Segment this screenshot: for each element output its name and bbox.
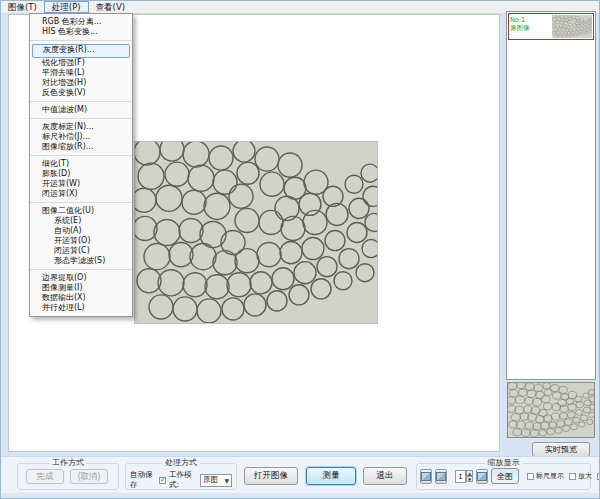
menu-item[interactable]: 膨胀(D) bbox=[30, 169, 132, 179]
menu-item[interactable]: 图像二值化(U) bbox=[30, 206, 132, 216]
menu-item[interactable]: 平滑去噪(L) bbox=[30, 68, 132, 78]
zoom-out-button[interactable] bbox=[435, 469, 447, 484]
autosave-label: 自动保存 bbox=[130, 470, 156, 490]
menu-item[interactable]: 开运算(O) bbox=[30, 236, 132, 246]
work-mode-group: 工作方式 完成 (取消) bbox=[17, 463, 119, 490]
menu-item[interactable]: 自动(A) bbox=[30, 226, 132, 236]
zoom-level-spinner[interactable]: 1 ▲▼ bbox=[455, 470, 473, 483]
load-image-button[interactable]: 打开图像 bbox=[244, 467, 298, 485]
image-list-item[interactable]: No:1 原图像 bbox=[508, 13, 594, 40]
menu-item[interactable]: 中值滤波(M) bbox=[30, 105, 132, 119]
option-label: 标尺显示 bbox=[536, 471, 564, 481]
menu-item[interactable]: 数据输出(X) bbox=[30, 293, 132, 303]
app-window: 图像(T)处理(P)查看(V) RGB 色彩分离...HIS 色彩变换...灰度… bbox=[0, 0, 600, 499]
fit-view-button[interactable] bbox=[476, 469, 488, 484]
menu-item[interactable]: HIS 色彩变换... bbox=[30, 27, 132, 41]
preview-thumbnail[interactable] bbox=[507, 382, 595, 438]
menubar-item[interactable]: 图像(T) bbox=[1, 1, 44, 13]
work-mode-group-title: 工作方式 bbox=[49, 458, 87, 468]
option-label: 放大 bbox=[578, 471, 592, 481]
image-list: No:1 原图像 bbox=[506, 11, 596, 380]
menu-item[interactable]: 系统(E) bbox=[30, 216, 132, 226]
process-mode-group-title: 处理方式 bbox=[162, 458, 200, 468]
menu-item[interactable]: 闭运算(X) bbox=[30, 189, 132, 203]
menu-item[interactable]: 图像缩放(R)... bbox=[30, 142, 132, 156]
image-icon bbox=[421, 472, 431, 481]
option-checkbox[interactable] bbox=[569, 473, 576, 480]
preview-button[interactable]: 实时预览 bbox=[532, 442, 590, 457]
menu-item[interactable]: 闭运算(C) bbox=[30, 246, 132, 256]
mode-combobox-value: 原图 bbox=[203, 475, 218, 485]
menu-item[interactable]: 标尺补偿(J)... bbox=[30, 132, 132, 142]
menu-item[interactable]: RGB 色彩分离... bbox=[30, 17, 132, 27]
status-strip bbox=[1, 493, 600, 499]
menu-item[interactable]: 并行处理(L) bbox=[30, 303, 132, 313]
measure-button[interactable]: 测量 bbox=[306, 467, 356, 485]
menu-item[interactable]: 灰度变换(R)... bbox=[32, 44, 130, 58]
autosave-checkbox[interactable] bbox=[159, 477, 166, 484]
menu-item[interactable]: 图像测量(I) bbox=[30, 283, 132, 293]
menu-item[interactable]: 开运算(W) bbox=[30, 179, 132, 189]
zoom-display-group-title: 缩放显示 bbox=[485, 458, 523, 468]
menu-item[interactable]: 边界提取(O) bbox=[30, 273, 132, 283]
cancel-button[interactable]: (取消) bbox=[70, 469, 108, 484]
mode-combobox[interactable]: 原图 ▼ bbox=[200, 474, 232, 487]
image-icon bbox=[477, 472, 487, 481]
display-option[interactable]: 标尺显示 bbox=[527, 471, 564, 481]
processing-menu-dropdown: RGB 色彩分离...HIS 色彩变换...灰度变换(R)...锐化增强(F)平… bbox=[29, 13, 133, 317]
full-view-button[interactable]: 全图 bbox=[491, 468, 519, 484]
zoom-in-button[interactable] bbox=[420, 469, 432, 484]
process-mode-group: 处理方式 自动保存 工作模式: 原图 ▼ bbox=[125, 463, 237, 490]
display-option[interactable]: 放大 bbox=[569, 471, 592, 481]
mode-label: 工作模式: bbox=[169, 470, 197, 490]
zoom-display-group: 缩放显示 1 ▲▼ 全图 标尺显示 bbox=[416, 463, 591, 490]
display-options: 标尺显示 放大 缩小 适中 bbox=[527, 471, 600, 481]
menubar-item[interactable]: 处理(P) bbox=[44, 1, 89, 13]
exit-button[interactable]: 退出 bbox=[363, 467, 407, 485]
micrograph-image bbox=[135, 142, 377, 323]
option-checkbox[interactable] bbox=[527, 473, 534, 480]
bottom-toolbar: 工作方式 完成 (取消) 处理方式 自动保存 工作模式: 原图 ▼ 打开图像 测… bbox=[1, 456, 600, 493]
menu-item[interactable]: 形态学滤波(S) bbox=[30, 256, 132, 270]
menu-item[interactable]: 对比增强(H) bbox=[30, 78, 132, 88]
menu-item[interactable]: 细化(T) bbox=[30, 159, 132, 169]
menu-item[interactable]: 锐化增强(F) bbox=[30, 58, 132, 68]
menu-item[interactable]: 反色变换(V) bbox=[30, 88, 132, 102]
chevron-down-icon: ▼ bbox=[224, 477, 229, 484]
done-button[interactable]: 完成 bbox=[26, 469, 64, 484]
spinner-down-icon[interactable]: ▼ bbox=[466, 476, 473, 482]
zoom-level-value: 1 bbox=[455, 470, 466, 483]
menu-item[interactable]: 灰度标定(N)... bbox=[30, 122, 132, 132]
image-list-item-label: No:1 原图像 bbox=[509, 14, 551, 39]
image-icon bbox=[436, 472, 446, 481]
menubar-item[interactable]: 查看(V) bbox=[89, 1, 132, 13]
image-list-item-thumbnail[interactable] bbox=[552, 15, 592, 38]
